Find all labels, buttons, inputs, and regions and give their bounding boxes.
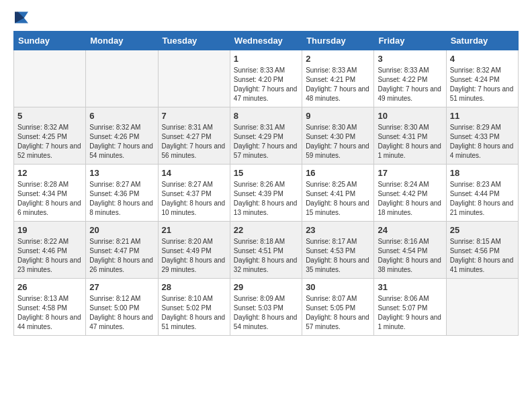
calendar-cell: 30Sunrise: 8:07 AM Sunset: 5:05 PM Dayli… bbox=[302, 279, 374, 336]
calendar-cell: 21Sunrise: 8:20 AM Sunset: 4:49 PM Dayli… bbox=[158, 222, 230, 279]
calendar-cell: 2Sunrise: 8:33 AM Sunset: 4:21 PM Daylig… bbox=[302, 50, 374, 107]
calendar-cell: 14Sunrise: 8:27 AM Sunset: 4:37 PM Dayli… bbox=[158, 165, 230, 222]
day-number: 21 bbox=[162, 225, 226, 235]
calendar-cell: 23Sunrise: 8:17 AM Sunset: 4:53 PM Dayli… bbox=[302, 222, 374, 279]
day-info: Sunrise: 8:25 AM Sunset: 4:41 PM Dayligh… bbox=[306, 180, 370, 218]
day-number: 16 bbox=[306, 168, 370, 178]
calendar-header-monday: Monday bbox=[86, 32, 158, 50]
calendar-cell bbox=[158, 50, 230, 107]
calendar-cell: 16Sunrise: 8:25 AM Sunset: 4:41 PM Dayli… bbox=[302, 165, 374, 222]
day-info: Sunrise: 8:10 AM Sunset: 5:02 PM Dayligh… bbox=[162, 294, 226, 332]
day-info: Sunrise: 8:31 AM Sunset: 4:29 PM Dayligh… bbox=[234, 123, 298, 161]
calendar-week-3: 12Sunrise: 8:28 AM Sunset: 4:34 PM Dayli… bbox=[14, 165, 519, 222]
calendar-cell: 27Sunrise: 8:12 AM Sunset: 5:00 PM Dayli… bbox=[86, 279, 158, 336]
calendar-cell: 31Sunrise: 8:06 AM Sunset: 5:07 PM Dayli… bbox=[374, 279, 446, 336]
day-info: Sunrise: 8:18 AM Sunset: 4:51 PM Dayligh… bbox=[234, 237, 298, 275]
calendar-cell: 4Sunrise: 8:32 AM Sunset: 4:24 PM Daylig… bbox=[446, 50, 518, 107]
day-number: 19 bbox=[17, 225, 82, 235]
day-info: Sunrise: 8:07 AM Sunset: 5:05 PM Dayligh… bbox=[306, 294, 370, 332]
day-number: 10 bbox=[378, 111, 442, 121]
day-info: Sunrise: 8:30 AM Sunset: 4:30 PM Dayligh… bbox=[306, 123, 370, 161]
day-number: 28 bbox=[162, 282, 226, 292]
day-number: 26 bbox=[17, 282, 82, 292]
calendar-cell: 11Sunrise: 8:29 AM Sunset: 4:33 PM Dayli… bbox=[446, 107, 518, 165]
calendar-week-2: 5Sunrise: 8:32 AM Sunset: 4:25 PM Daylig… bbox=[14, 107, 519, 165]
calendar-cell: 12Sunrise: 8:28 AM Sunset: 4:34 PM Dayli… bbox=[14, 165, 86, 222]
day-info: Sunrise: 8:09 AM Sunset: 5:03 PM Dayligh… bbox=[234, 294, 298, 332]
day-info: Sunrise: 8:33 AM Sunset: 4:20 PM Dayligh… bbox=[234, 66, 298, 103]
day-info: Sunrise: 8:21 AM Sunset: 4:47 PM Dayligh… bbox=[89, 237, 154, 275]
day-info: Sunrise: 8:12 AM Sunset: 5:00 PM Dayligh… bbox=[89, 294, 154, 332]
day-info: Sunrise: 8:22 AM Sunset: 4:46 PM Dayligh… bbox=[17, 237, 82, 275]
calendar-cell: 20Sunrise: 8:21 AM Sunset: 4:47 PM Dayli… bbox=[86, 222, 158, 279]
calendar-cell: 26Sunrise: 8:13 AM Sunset: 4:58 PM Dayli… bbox=[14, 279, 86, 336]
day-info: Sunrise: 8:33 AM Sunset: 4:22 PM Dayligh… bbox=[378, 66, 442, 103]
calendar-cell: 19Sunrise: 8:22 AM Sunset: 4:46 PM Dayli… bbox=[14, 222, 86, 279]
calendar-cell: 28Sunrise: 8:10 AM Sunset: 5:02 PM Dayli… bbox=[158, 279, 230, 336]
day-number: 8 bbox=[234, 111, 298, 121]
day-number: 6 bbox=[89, 111, 154, 121]
calendar-cell: 15Sunrise: 8:26 AM Sunset: 4:39 PM Dayli… bbox=[230, 165, 302, 222]
day-number: 1 bbox=[234, 54, 298, 64]
day-info: Sunrise: 8:33 AM Sunset: 4:21 PM Dayligh… bbox=[306, 66, 370, 103]
day-info: Sunrise: 8:06 AM Sunset: 5:07 PM Dayligh… bbox=[378, 294, 442, 332]
calendar-header-sunday: Sunday bbox=[14, 32, 86, 50]
day-number: 29 bbox=[234, 282, 298, 292]
day-number: 12 bbox=[17, 168, 82, 178]
day-number: 11 bbox=[450, 111, 515, 121]
day-number: 9 bbox=[306, 111, 370, 121]
calendar-cell bbox=[14, 50, 86, 107]
day-info: Sunrise: 8:27 AM Sunset: 4:37 PM Dayligh… bbox=[162, 180, 226, 218]
calendar-header-thursday: Thursday bbox=[302, 32, 374, 50]
calendar-cell: 18Sunrise: 8:23 AM Sunset: 4:44 PM Dayli… bbox=[446, 165, 518, 222]
calendar-cell: 7Sunrise: 8:31 AM Sunset: 4:27 PM Daylig… bbox=[158, 107, 230, 165]
day-info: Sunrise: 8:32 AM Sunset: 4:24 PM Dayligh… bbox=[450, 66, 515, 103]
day-info: Sunrise: 8:30 AM Sunset: 4:31 PM Dayligh… bbox=[378, 123, 442, 161]
day-info: Sunrise: 8:32 AM Sunset: 4:25 PM Dayligh… bbox=[17, 123, 82, 161]
day-number: 14 bbox=[162, 168, 226, 178]
calendar-cell: 24Sunrise: 8:16 AM Sunset: 4:54 PM Dayli… bbox=[374, 222, 446, 279]
calendar-table: SundayMondayTuesdayWednesdayThursdayFrid… bbox=[13, 31, 519, 336]
day-number: 13 bbox=[89, 168, 154, 178]
calendar-cell: 13Sunrise: 8:27 AM Sunset: 4:36 PM Dayli… bbox=[86, 165, 158, 222]
day-info: Sunrise: 8:31 AM Sunset: 4:27 PM Dayligh… bbox=[162, 123, 226, 161]
day-info: Sunrise: 8:32 AM Sunset: 4:26 PM Dayligh… bbox=[89, 123, 154, 161]
day-number: 24 bbox=[378, 225, 442, 235]
calendar-cell: 8Sunrise: 8:31 AM Sunset: 4:29 PM Daylig… bbox=[230, 107, 302, 165]
day-info: Sunrise: 8:15 AM Sunset: 4:56 PM Dayligh… bbox=[450, 237, 515, 275]
calendar-cell: 6Sunrise: 8:32 AM Sunset: 4:26 PM Daylig… bbox=[86, 107, 158, 165]
day-number: 3 bbox=[378, 54, 442, 64]
day-number: 31 bbox=[378, 282, 442, 292]
day-number: 27 bbox=[89, 282, 154, 292]
calendar-cell: 3Sunrise: 8:33 AM Sunset: 4:22 PM Daylig… bbox=[374, 50, 446, 107]
calendar-header-wednesday: Wednesday bbox=[230, 32, 302, 50]
day-info: Sunrise: 8:28 AM Sunset: 4:34 PM Dayligh… bbox=[17, 180, 82, 218]
day-info: Sunrise: 8:17 AM Sunset: 4:53 PM Dayligh… bbox=[306, 237, 370, 275]
day-info: Sunrise: 8:27 AM Sunset: 4:36 PM Dayligh… bbox=[89, 180, 154, 218]
day-number: 17 bbox=[378, 168, 442, 178]
calendar-cell bbox=[446, 279, 518, 336]
day-number: 18 bbox=[450, 168, 515, 178]
day-number: 2 bbox=[306, 54, 370, 64]
calendar-cell: 5Sunrise: 8:32 AM Sunset: 4:25 PM Daylig… bbox=[14, 107, 86, 165]
day-info: Sunrise: 8:26 AM Sunset: 4:39 PM Dayligh… bbox=[234, 180, 298, 218]
day-info: Sunrise: 8:16 AM Sunset: 4:54 PM Dayligh… bbox=[378, 237, 442, 275]
calendar-week-1: 1Sunrise: 8:33 AM Sunset: 4:20 PM Daylig… bbox=[14, 50, 519, 107]
day-number: 15 bbox=[234, 168, 298, 178]
calendar-week-5: 26Sunrise: 8:13 AM Sunset: 4:58 PM Dayli… bbox=[14, 279, 519, 336]
day-info: Sunrise: 8:23 AM Sunset: 4:44 PM Dayligh… bbox=[450, 180, 515, 218]
calendar-cell: 10Sunrise: 8:30 AM Sunset: 4:31 PM Dayli… bbox=[374, 107, 446, 165]
day-number: 4 bbox=[450, 54, 515, 64]
day-number: 7 bbox=[162, 111, 226, 121]
calendar-cell: 25Sunrise: 8:15 AM Sunset: 4:56 PM Dayli… bbox=[446, 222, 518, 279]
day-info: Sunrise: 8:20 AM Sunset: 4:49 PM Dayligh… bbox=[162, 237, 226, 275]
calendar-header-saturday: Saturday bbox=[446, 32, 518, 50]
day-number: 20 bbox=[89, 225, 154, 235]
day-number: 30 bbox=[306, 282, 370, 292]
calendar-header-friday: Friday bbox=[374, 32, 446, 50]
calendar-cell: 17Sunrise: 8:24 AM Sunset: 4:42 PM Dayli… bbox=[374, 165, 446, 222]
calendar-cell: 22Sunrise: 8:18 AM Sunset: 4:51 PM Dayli… bbox=[230, 222, 302, 279]
calendar-cell: 29Sunrise: 8:09 AM Sunset: 5:03 PM Dayli… bbox=[230, 279, 302, 336]
calendar-cell bbox=[86, 50, 158, 107]
day-number: 22 bbox=[234, 225, 298, 235]
